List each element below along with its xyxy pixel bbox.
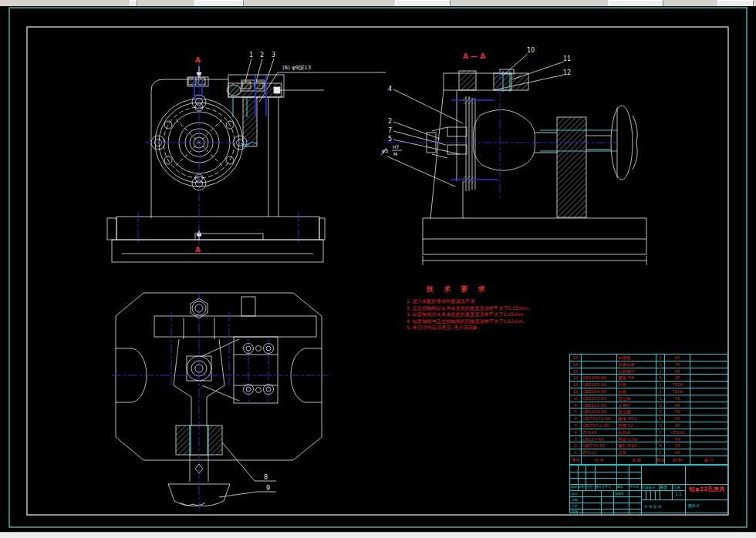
table-row: 4ZH148夹具体1HT200 — [570, 429, 727, 436]
section-title: A — A — [463, 52, 485, 60]
table-cell: GB2268-80 — [581, 375, 616, 381]
callout-label: 11 — [563, 55, 571, 62]
table-cell — [690, 409, 727, 415]
table-cell: 螺母 M12 — [616, 415, 656, 422]
title-block-label: 批准 — [572, 509, 582, 513]
table-cell: 45 — [664, 368, 690, 375]
section-view — [381, 54, 646, 265]
parts-rows: 15钻模板14514快换钻套13513钻套螺钉14512GB2268-80螺母 … — [570, 355, 727, 456]
fit-note-prefix: φ5 — [382, 148, 388, 154]
tech-requirement-item: 1. 进入装配的零件均需清洗干净。 — [407, 298, 572, 305]
table-cell — [581, 368, 616, 375]
tech-requirements-list: 1. 进入装配的零件均需清洗干净。2. 定位销轴线对夹具体底面的垂直度误差不大于… — [407, 298, 572, 331]
table-cell — [690, 361, 727, 368]
table-cell: 14 — [570, 361, 581, 368]
callout-label: 2 — [388, 118, 392, 125]
table-cell: 1 — [656, 449, 664, 456]
table-cell: 1 — [656, 361, 664, 368]
callout-label: 7 — [388, 127, 392, 134]
weight-label: 重量 — [660, 486, 671, 489]
callout-label: 8 — [264, 474, 268, 481]
table-cell: 1 — [656, 355, 664, 361]
tech-requirement-item: 5. 各活动件运动灵活, 无卡滞现象。 — [407, 324, 572, 331]
table-cell: GB2263-80 — [581, 382, 616, 388]
table-cell: 螺母 M8 — [616, 375, 656, 381]
callout-label: 9 — [266, 485, 270, 492]
table-cell: GB2264-80 — [581, 388, 616, 395]
table-cell: 1 — [656, 382, 664, 388]
table-cell: 1 — [656, 415, 664, 422]
title-block-label: 标记 — [571, 485, 578, 489]
table-cell: 45 — [664, 355, 690, 361]
title-block-label: 分区 — [586, 485, 595, 489]
table-row: 10GB2264-80钻套1T10A — [570, 388, 727, 395]
front-view — [107, 59, 386, 262]
callout-label: 2 — [260, 52, 264, 59]
table-cell: GB2203-80 — [581, 395, 616, 402]
callout-label: 4 — [388, 86, 392, 92]
table-cell: GB/T70-85 — [581, 442, 616, 449]
table-cell — [690, 375, 727, 381]
tech-requirements-title: 技 术 要 求 — [427, 284, 572, 294]
table-cell: 9 — [570, 395, 581, 402]
table-cell: 1 — [656, 429, 664, 435]
table-cell: 1 — [656, 409, 664, 415]
table-row: 3GB117-86锥销 1:501T8 — [570, 436, 727, 443]
table-cell — [690, 436, 727, 442]
table-cell: 45 — [664, 402, 690, 409]
table-cell: 垫圈 12 — [616, 422, 656, 429]
callout-label: 1 — [249, 52, 253, 59]
table-cell: 1 — [570, 449, 581, 456]
table-cell: 2 — [570, 442, 581, 449]
scale-value: 1:1 — [673, 492, 684, 496]
table-cell — [581, 355, 616, 361]
title-block-label: 工艺 — [572, 504, 582, 508]
title-block-label: 年月日 — [629, 485, 641, 489]
callout-label: 10 — [527, 47, 535, 54]
table-cell: T10A — [664, 388, 690, 395]
table-cell: 4 — [656, 442, 664, 449]
table-cell: 15 — [570, 355, 581, 361]
table-cell: 45 — [664, 415, 690, 422]
table-cell — [690, 395, 727, 402]
parts-list: 15钻模板14514快换钻套13513钻套螺钉14512GB2268-80螺母 … — [569, 354, 728, 465]
table-row: 9GB2203-80定位销1T8 — [570, 395, 727, 402]
table-cell: 45 — [664, 422, 690, 429]
table-cell — [690, 355, 727, 361]
table-cell: ZHJ-01 — [581, 449, 616, 456]
table-cell: GB117-86 — [581, 436, 616, 442]
fit-note-upper: H7 — [393, 144, 400, 150]
table-row: 13钻套螺钉145 — [570, 368, 727, 375]
callout-label: 3 — [272, 52, 275, 59]
table-cell: T10A — [664, 382, 690, 388]
table-cell: 13 — [570, 368, 581, 375]
table-row: 12GB2268-80螺母 M8135 — [570, 375, 727, 382]
table-row: 15钻模板145 — [570, 355, 727, 361]
callout-label: 12 — [563, 69, 571, 76]
table-cell: 定位销 — [616, 395, 656, 402]
table-cell: 锥销 1:50 — [616, 436, 656, 442]
title-block-label: 设计 — [572, 492, 582, 496]
sheets-label: 共 张 第 张 — [644, 505, 683, 509]
table-cell: 10 — [570, 388, 581, 395]
title-block-label: 更改文件号 — [596, 485, 616, 489]
title-block-label: 审核 — [572, 498, 582, 502]
tech-requirement-item: 4. 钻套轴线与定位销轴线的同轴度误差不大于0.02mm。 — [407, 318, 572, 325]
table-cell: 4 — [570, 429, 581, 435]
tech-requirements: 技 术 要 求 1. 进入装配的零件均需清洗干净。2. 定位销轴线对夹具体底面的… — [407, 284, 572, 331]
table-cell: 1 — [656, 395, 664, 402]
drawing-number: 图4-2 — [688, 503, 699, 509]
table-cell: T8 — [664, 409, 690, 415]
table-cell — [690, 368, 727, 375]
table-cell — [690, 415, 727, 422]
section-view-callouts: 10 11 12 4 2 7 5 φ5 H7 M — [382, 47, 571, 156]
table-cell: 支架 — [616, 449, 656, 456]
hole-note: (6) φ9深13 — [282, 65, 311, 71]
table-row: 11GB2263-80衬套1T10A — [570, 382, 727, 388]
table-cell: 螺钉 M10 — [616, 442, 656, 449]
table-cell: 1 — [656, 388, 664, 395]
table-row: 14快换钻套135 — [570, 361, 727, 368]
front-view-callouts: 1 2 3 (6) φ9深13 — [249, 52, 311, 71]
table-cell: 1 — [656, 422, 664, 429]
table-cell: 夹具体 — [616, 429, 656, 435]
